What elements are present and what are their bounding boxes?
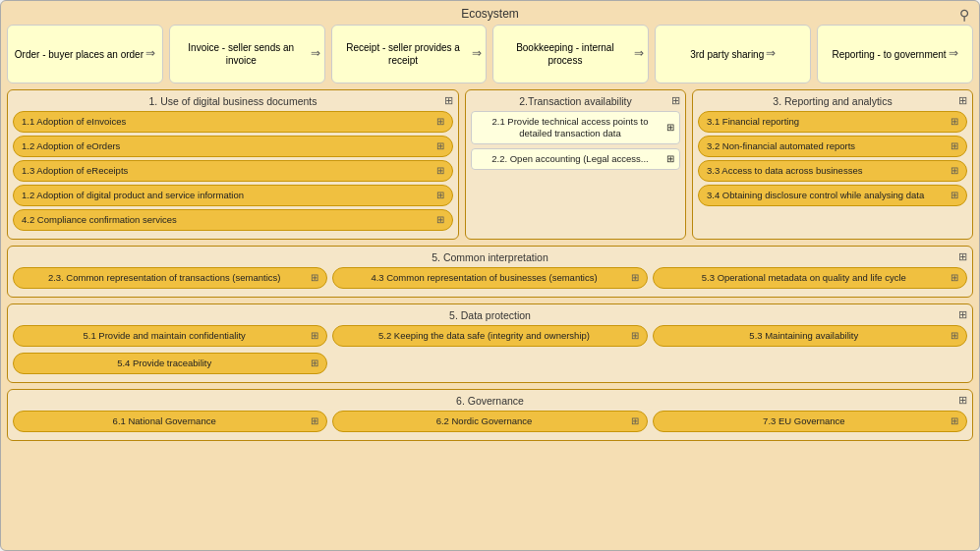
btn-icon-3-1: ⊞: [951, 116, 958, 128]
section-ci-icon: ⊞: [958, 250, 967, 263]
dp-btn-icon-3: ⊞: [311, 358, 318, 369]
eco-arrow-5: ⇒: [949, 46, 958, 62]
item-2-2[interactable]: 2.2. Open accounting (Legal access... ⊞: [471, 148, 680, 170]
ci-item-0[interactable]: 2.3. Common representation of transactio…: [13, 267, 327, 289]
row2: 5. Common interpretation ⊞ 2.3. Common r…: [7, 246, 973, 298]
section-ci-title: 5. Common interpretation: [13, 251, 967, 263]
item-btn-1-3[interactable]: 1.3 Adoption of eReceipts ⊞: [13, 160, 453, 182]
item-btn-1-5[interactable]: 4.2 Compliance confirmation services ⊞: [13, 209, 453, 231]
dp-row2: 5.4 Provide traceability ⊞: [13, 353, 967, 377]
eco-card-order[interactable]: Order - buyer places an order ⇒: [7, 25, 163, 83]
dp-item-2[interactable]: 5.3 Maintaining availability ⊞: [653, 325, 967, 347]
eco-card-3rdparty[interactable]: 3rd party sharing ⇒: [655, 25, 811, 83]
gov-btn-icon-1: ⊞: [631, 415, 639, 427]
btn-icon-2-2: ⊞: [666, 153, 674, 165]
section2-panel: 2.Transaction availability ⊞ 2.1 Provide…: [465, 89, 686, 240]
btn-icon-3-4: ⊞: [951, 190, 958, 201]
ci-items-row: 2.3. Common representation of transactio…: [13, 267, 967, 292]
gov-items-row: 6.1 National Governance ⊞ 6.2 Nordic Gov…: [13, 411, 967, 435]
section1-panel: 1. Use of digital business documents ⊞ 1…: [7, 89, 459, 240]
gov-item-2[interactable]: 7.3 EU Governance ⊞: [653, 411, 967, 432]
section-gov-title: 6. Governance: [13, 395, 967, 407]
gov-btn-icon-0: ⊞: [311, 415, 318, 427]
btn-icon-3-2: ⊞: [951, 140, 958, 152]
eco-arrow-0: ⇒: [145, 46, 155, 62]
section-dp-icon: ⊞: [958, 308, 967, 321]
eco-card-order-text: Order - buyer places an order: [15, 48, 144, 61]
eco-card-invoice[interactable]: Invoice - seller sends an invoice ⇒: [169, 25, 325, 83]
btn-icon-1-5: ⊞: [436, 214, 444, 226]
btn-icon-3-3: ⊞: [951, 165, 958, 177]
eco-arrow-4: ⇒: [766, 46, 776, 62]
gov-item-1[interactable]: 6.2 Nordic Governance ⊞: [332, 411, 647, 432]
gov-btn-icon-2: ⊞: [951, 415, 958, 427]
btn-icon-2-1: ⊞: [666, 122, 674, 134]
ecosystem-row: Order - buyer places an order ⇒ Invoice …: [7, 25, 973, 83]
btn-icon-1-1: ⊞: [436, 116, 444, 128]
eco-arrow-3: ⇒: [634, 46, 644, 62]
eco-card-receipt-text: Receipt - seller provides a receipt: [336, 41, 471, 67]
item-btn-1-4[interactable]: 1.2 Adoption of digital product and serv…: [13, 185, 453, 206]
pin-icon: ⚲: [959, 7, 969, 23]
item-3-3[interactable]: 3.3 Access to data across businesses ⊞: [698, 160, 967, 182]
btn-icon-1-4: ⊞: [436, 190, 444, 201]
dp-item-3[interactable]: 5.4 Provide traceability ⊞: [13, 353, 327, 374]
row3: 5. Data protection ⊞ 5.1 Provide and mai…: [7, 303, 973, 383]
item-btn-1-1[interactable]: 1.1 Adoption of eInvoices ⊞: [13, 111, 453, 133]
eco-card-reporting-text: Reporting - to government: [832, 48, 946, 61]
eco-card-receipt[interactable]: Receipt - seller provides a receipt ⇒: [331, 25, 488, 83]
ci-btn-icon-2: ⊞: [951, 272, 958, 284]
ci-btn-icon-1: ⊞: [631, 272, 639, 284]
eco-card-invoice-text: Invoice - seller sends an invoice: [174, 41, 309, 67]
section3-panel: 3. Reporting and analytics ⊞ 3.1 Financi…: [692, 89, 973, 240]
item-btn-1-2[interactable]: 1.2 Adoption of eOrders ⊞: [13, 136, 453, 157]
section-gov-icon: ⊞: [958, 394, 967, 407]
section1-title: 1. Use of digital business documents: [13, 95, 453, 107]
ci-btn-icon-0: ⊞: [311, 272, 318, 284]
eco-card-reporting[interactable]: Reporting - to government ⇒: [817, 25, 973, 83]
eco-arrow-1: ⇒: [311, 46, 320, 62]
section1-icon: ⊞: [444, 94, 453, 107]
eco-card-bookkeeping-text: Bookkeeping - internal process: [497, 41, 632, 67]
section-dp-panel: 5. Data protection ⊞ 5.1 Provide and mai…: [7, 303, 973, 383]
eco-card-bookkeeping[interactable]: Bookkeeping - internal process ⇒: [492, 25, 649, 83]
gov-item-0[interactable]: 6.1 National Governance ⊞: [13, 411, 327, 432]
section2-title: 2.Transaction availability: [471, 95, 680, 107]
section-ci-panel: 5. Common interpretation ⊞ 2.3. Common r…: [7, 246, 973, 298]
btn-icon-1-2: ⊞: [436, 140, 444, 152]
dp-btn-icon-2: ⊞: [951, 330, 958, 342]
ecosystem-title: Ecosystem: [7, 7, 973, 21]
eco-card-3rdparty-text: 3rd party sharing: [690, 48, 764, 61]
eco-arrow-2: ⇒: [472, 46, 482, 62]
row4: 6. Governance ⊞ 6.1 National Governance …: [7, 389, 973, 441]
item-3-1[interactable]: 3.1 Financial reporting ⊞: [698, 111, 967, 133]
ci-item-2[interactable]: 5.3 Operational metadata on quality and …: [653, 267, 967, 289]
section3-icon: ⊞: [958, 94, 967, 107]
section-dp-title: 5. Data protection: [13, 309, 967, 321]
section2-icon: ⊞: [671, 94, 680, 107]
item-3-2[interactable]: 3.2 Non-financial automated reports ⊞: [698, 136, 967, 157]
item-3-4[interactable]: 3.4 Obtaining disclosure control while a…: [698, 185, 967, 206]
dp-btn-icon-1: ⊞: [631, 330, 639, 342]
btn-icon-1-3: ⊞: [436, 165, 444, 177]
row1: 1. Use of digital business documents ⊞ 1…: [7, 89, 973, 240]
dp-item-1[interactable]: 5.2 Keeping the data safe (integrity and…: [332, 325, 647, 347]
ci-item-1[interactable]: 4.3 Common representation of businesses …: [332, 267, 647, 289]
main-container: ⚲ Ecosystem Order - buyer places an orde…: [0, 0, 980, 551]
dp-row1: 5.1 Provide and maintain confidentiality…: [13, 325, 967, 350]
dp-item-0[interactable]: 5.1 Provide and maintain confidentiality…: [13, 325, 327, 347]
section-gov-panel: 6. Governance ⊞ 6.1 National Governance …: [7, 389, 973, 441]
item-2-1[interactable]: 2.1 Provide technical access points to d…: [471, 111, 680, 144]
dp-btn-icon-0: ⊞: [311, 330, 318, 342]
section3-title: 3. Reporting and analytics: [698, 95, 967, 107]
